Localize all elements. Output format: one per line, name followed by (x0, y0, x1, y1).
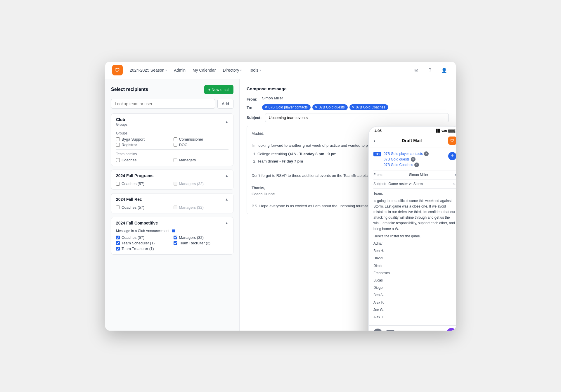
from-label: From: (247, 96, 260, 101)
fall-competitive-checkboxes: Coaches (57) Managers (32) Team Schedule… (116, 235, 228, 251)
checkbox-managers-fr-input (174, 206, 177, 209)
checkbox-coaches-fp-input[interactable] (116, 182, 120, 186)
nav-directory[interactable]: Directory ▾ (223, 68, 242, 72)
directory-chevron-icon: ▾ (240, 69, 242, 72)
checkbox-doc[interactable]: DOC (174, 143, 229, 147)
checkbox-managers-fr[interactable]: Managers (32) (174, 205, 229, 210)
phone-roster-davidi: Davidi (373, 255, 456, 261)
tag-guests-x-icon: ✕ (315, 105, 318, 109)
time-sensitive-toggle-container: Time Sensitive (385, 330, 420, 330)
checkbox-managers-club[interactable]: Managers (174, 158, 229, 162)
phone-message-p1: Is going to be a dificult came this week… (373, 198, 456, 232)
signal-icon: ▋▋ (436, 129, 441, 133)
phone-roster-alext: Alex T. (373, 315, 456, 320)
help-icon[interactable]: ? (425, 65, 435, 75)
phone-divider-1 (373, 170, 456, 170)
subject-input[interactable] (265, 113, 449, 122)
user-avatar[interactable]: 👤 (439, 65, 449, 75)
checkbox-registrar-input[interactable] (116, 143, 120, 147)
nav-season[interactable]: 2024-2025 Season ▾ (130, 68, 167, 72)
tag-coaches-text: 07B Gold Coaches (356, 105, 385, 109)
fall-competitive-body: Message in a Club Announcement Coaches (… (111, 229, 233, 254)
nav-admin[interactable]: Admin (174, 68, 186, 72)
checkbox-team-treasurer[interactable]: Team Treasurer (1) (116, 246, 171, 251)
tag-coaches[interactable]: ✕ 07B Gold Coaches (349, 104, 388, 110)
nav-icons: ✉ ? 👤 (411, 65, 449, 75)
groups-checkboxes: Byga Support Commissioner Registrar DOC (116, 137, 228, 147)
phone-from-label: From: (373, 173, 382, 177)
phone-tag-player-label: 07B Gold player contacts (384, 152, 423, 156)
phone-tag-guests[interactable]: 07B Gold guests ✕ (384, 157, 446, 162)
checkbox-coaches-fr-input[interactable] (116, 206, 120, 209)
to-field: To: ✕ 07B Gold player contacts ✕ 07B Gol… (247, 104, 449, 110)
top-navigation: 🛡 2024-2025 Season ▾ Admin My Calendar D… (105, 62, 456, 79)
team-admins-sublabel: Team admins (116, 152, 228, 156)
club-group-title: Club (116, 117, 127, 122)
checkbox-byga-support-input[interactable] (116, 137, 120, 141)
checkbox-coaches-fc[interactable]: Coaches (57) (116, 235, 171, 240)
phone-from-dropdown-icon[interactable]: ▾ (455, 173, 456, 177)
phone-tag-player-x-icon[interactable]: ✕ (424, 151, 429, 156)
compose-panel: Compose message From: Simon Miller To: ✕… (240, 79, 456, 331)
send-button[interactable]: ▶ (446, 328, 456, 330)
checkbox-managers-fp[interactable]: Managers (32) (174, 182, 229, 186)
fall-rec-header[interactable]: 2024 Fall Rec ▲ (111, 194, 233, 205)
mail-icon[interactable]: ✉ (411, 65, 421, 75)
phone-overlay: 4:05 ▋▋ wifi ▓▓▓ ‹ Draft Mail 🛡 (368, 126, 456, 331)
checkbox-team-scheduler-input[interactable] (116, 241, 120, 245)
tools-chevron-icon: ▾ (259, 69, 261, 72)
club-group-header[interactable]: Club Groups ▲ (111, 114, 233, 130)
phone-tag-coaches-x-icon[interactable]: ✕ (414, 163, 419, 167)
checkbox-commissioner[interactable]: Commissioner (174, 137, 229, 141)
checkbox-registrar[interactable]: Registrar (116, 143, 171, 147)
fall-rec-title: 2024 Fall Rec (116, 197, 142, 202)
checkbox-coaches-club[interactable]: Coaches (116, 158, 171, 162)
checkbox-team-recruiter-input[interactable] (174, 241, 177, 245)
phone-tag-guests-x-icon[interactable]: ✕ (411, 157, 415, 162)
search-input[interactable] (111, 99, 215, 109)
phone-tag-coaches[interactable]: 07B Gold Coaches ✕ (384, 163, 446, 167)
checkbox-team-treasurer-input[interactable] (116, 247, 120, 251)
checkbox-managers-fc-input[interactable] (174, 236, 177, 239)
club-group-chevron-icon: ▲ (225, 120, 228, 124)
subject-label: Subject: (247, 115, 263, 120)
divider (116, 149, 228, 150)
fall-competitive-header[interactable]: 2024 Fall Competitive ▲ (111, 217, 233, 229)
new-email-button[interactable]: + New email (204, 85, 233, 94)
panel-header: Select recipients + New email (111, 85, 233, 94)
add-button[interactable]: Add (217, 99, 233, 109)
to-badge: TO (373, 152, 381, 156)
battery-icon: ▓▓▓ (448, 129, 455, 133)
checkbox-team-recruiter[interactable]: Team Recruiter (2) (174, 241, 229, 245)
club-announcement-label: Message in a Club Announcement (116, 229, 169, 233)
checkbox-doc-input[interactable] (174, 143, 177, 147)
app-logo: 🛡 (112, 65, 123, 75)
phone-time: 4:05 (375, 129, 382, 133)
fall-programs-header[interactable]: 2024 Fall Programs ▲ (111, 170, 233, 182)
fall-rec-checkboxes: Coaches (57) Managers (32) (116, 205, 228, 210)
checkbox-coaches-fc-input[interactable] (116, 236, 120, 239)
subject-row: Subject: (247, 113, 449, 122)
tag-guests[interactable]: ✕ 07B Gold guests (312, 104, 348, 110)
from-field: From: Simon Miller (247, 96, 449, 101)
tag-player-contacts[interactable]: ✕ 07B Gold player contacts (262, 104, 311, 110)
checkbox-managers-fc[interactable]: Managers (32) (174, 235, 229, 240)
phone-back-button[interactable]: ‹ (373, 137, 375, 144)
nav-my-calendar[interactable]: My Calendar (193, 68, 216, 72)
checkbox-commissioner-input[interactable] (174, 137, 177, 141)
checkbox-team-scheduler[interactable]: Team Scheduler (1) (116, 241, 171, 245)
time-sensitive-toggle[interactable] (385, 330, 396, 330)
compose-title: Compose message (247, 86, 449, 91)
checkbox-byga-support[interactable]: Byga Support (116, 137, 171, 141)
nav-tools[interactable]: Tools ▾ (249, 68, 261, 72)
checkbox-managers-club-input[interactable] (174, 158, 177, 162)
phone-roster-benh: Ben H. (373, 248, 456, 254)
phone-tag-player[interactable]: 07B Gold player contacts ✕ (384, 151, 446, 156)
gp-button[interactable]: GP (373, 329, 382, 330)
phone-app-logo: 🛡 (448, 137, 456, 145)
checkbox-coaches-club-input[interactable] (116, 158, 120, 162)
club-group-body: Groups Byga Support Commissioner Registr… (111, 131, 233, 166)
checkbox-coaches-fp[interactable]: Coaches (57) (116, 182, 171, 186)
checkbox-coaches-fr[interactable]: Coaches (57) (116, 205, 171, 210)
add-recipient-button[interactable]: + (448, 152, 456, 160)
